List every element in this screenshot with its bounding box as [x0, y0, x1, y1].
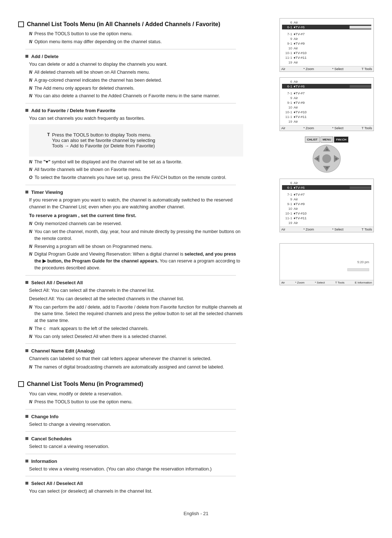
chlist-button[interactable]: CHLIST: [305, 136, 320, 143]
channel-row: 10 Air: [282, 46, 371, 50]
main-content: Channel List Tools Menu (in All Channels…: [18, 15, 243, 496]
add-delete-note-2: N A gray-colored channel indicates the c…: [29, 77, 243, 84]
channel-row: 7-1 ♦TV-#7: [282, 32, 371, 36]
subsection-favorite-title: Add to Favorite / Delete from Favorite: [31, 108, 115, 113]
bullet-cancel-schedules: [25, 437, 28, 440]
bullet-select-all: [25, 281, 28, 284]
channel-row: 19 Air: [282, 220, 371, 225]
section2-heading: Channel List Tools Menu (in Programmed): [18, 381, 243, 387]
favorite-note-1: N The "♥" symbol will be displayed and t…: [29, 159, 243, 166]
subsection-information: Information: [25, 458, 243, 464]
divider-6: [25, 409, 236, 409]
favorite-note-3: O To select the favorite channels you ha…: [29, 174, 243, 181]
channel-row: 9 Air: [282, 36, 371, 41]
divider-5: [25, 343, 236, 344]
channel-panel-4: 5:20 pm Air * Zoom * Select T Tools E In…: [279, 243, 374, 285]
favorite-note-2: N All favorite channels will be shown on…: [29, 166, 243, 173]
subsection-select-all-title: Select All / Deselect All: [31, 280, 83, 285]
channel-row: 10-1 ♦TV-#10: [282, 211, 371, 216]
timer-body2: To reserve a program , set the current t…: [29, 212, 243, 219]
channel-name-note-1: N The names of digital broadcasting chan…: [29, 364, 243, 371]
remote-control-area: CHLIST MENU FAV.CH ▲ ▼ ◄ ►: [279, 136, 374, 173]
channel-row: 11-1 ♦TV-#11: [282, 216, 371, 220]
channel-panel-3: 6 Air 6-1 ♦TV-#6 7-1 ♦TV-#7 9 Air: [279, 179, 374, 232]
panel1-toolbar: Air * Zoom * Select T Tools: [280, 66, 373, 72]
dpad-icon: ▲ ▼ ◄ ►: [312, 144, 341, 173]
channel-name-body: Channels can labeled so that their call …: [29, 355, 243, 362]
channel-row: 9 Air: [282, 95, 371, 100]
bullet-timer: [25, 191, 28, 193]
bullet-add-delete: [25, 55, 28, 58]
divider-9: [25, 476, 236, 476]
add-delete-note-1: N All deleted channels will be shown on …: [29, 69, 243, 76]
tip-box-favorite: T Press the TOOLS button to display Tool…: [29, 124, 243, 156]
bullet-channel-name: [25, 349, 28, 352]
subsection-favorite: Add to Favorite / Delete from Favorite: [25, 108, 243, 113]
section1-title: Channel List Tools Menu (in All Channels…: [27, 21, 220, 28]
channel-row: 10 Air: [282, 105, 371, 110]
channel-row-selected: 6-1 ♦TV-#6: [282, 25, 371, 29]
svg-text:►: ►: [335, 157, 338, 160]
channel-row: 9 Air: [282, 197, 371, 201]
bullet-favorite: [25, 109, 28, 112]
subsection-add-delete: Add / Delete: [25, 54, 243, 59]
subsection-cancel-schedules: Cancel Schedules: [25, 436, 243, 441]
channel-panel-2: 6 Air 6-1 ♦TV-#6 7-1 ♦TV-#7 9 Air: [279, 77, 374, 131]
panel2-toolbar: Air * Zoom * Select T Tools: [280, 125, 373, 131]
timer-note-3: N Reserving a program will be shown on P…: [29, 243, 243, 250]
channel-panel-1: 6 Air 6-1 ♦TV-#6 7-1 ♦TV-#7 9 Air: [279, 18, 374, 72]
select-all-note-1: N You can perform the add / delete, add …: [29, 304, 243, 324]
footer: English - 21: [18, 511, 374, 516]
favch-button[interactable]: FAV.CH: [334, 136, 348, 143]
channel-row: 19 Air: [282, 119, 371, 124]
information-body: Select to view a viewing reservation. (Y…: [29, 465, 243, 473]
page: Channel List Tools Menu (in All Channels…: [0, 0, 392, 538]
channel-row: 10 Air: [282, 206, 371, 211]
section2-title: Channel List Tools Menu (in Programmed): [27, 381, 143, 387]
intro-note-1: N Press the TOOLS button to use the opti…: [29, 30, 243, 37]
bullet-change-info: [25, 415, 28, 418]
change-info-body: Select to change a viewing reservation.: [29, 421, 243, 428]
channel-row: 9-1 ♦TV-#9: [282, 100, 371, 105]
channel-row: 7-1 ♦TV-#7: [282, 91, 371, 95]
subsection-timer: Timer Viewing: [25, 189, 243, 195]
timer-body: If you reserve a program you want to wat…: [29, 196, 243, 211]
add-delete-note-3: N The Add menu only appears for deleted …: [29, 85, 243, 92]
select-all-note-3: N You can only select Deselect All when …: [29, 333, 243, 340]
channel-row: 7-1 ♦TV-#7: [282, 192, 371, 197]
checkbox-icon-1: [18, 21, 24, 27]
sidebar: 6 Air 6-1 ♦TV-#6 7-1 ♦TV-#7 9 Air: [265, 18, 374, 291]
deselect-all-body: Deselect All: You can deselect all the s…: [29, 295, 243, 302]
svg-text:▼: ▼: [326, 166, 328, 170]
bullet-information: [25, 460, 28, 462]
section2-intro-note: N Press the TOOLS button to use the opti…: [29, 399, 243, 405]
add-delete-note-4: N You can also delete a channel to the A…: [29, 93, 243, 99]
bullet-select-all-2: [25, 482, 28, 485]
channel-row: 6 Air: [282, 20, 371, 25]
subsection-add-delete-title: Add / Delete: [31, 54, 58, 59]
menu-button[interactable]: MENU: [320, 136, 334, 143]
subsection-channel-name: Channel Name Edit (Analog): [25, 348, 243, 354]
select-all-2-body: You can select (or deselect) all channel…: [29, 488, 243, 495]
channel-row: 6 Air: [282, 180, 371, 185]
divider-4: [25, 275, 236, 276]
channel-row: 6 Air: [282, 79, 371, 84]
divider-3: [25, 185, 236, 185]
divider-2: [25, 103, 236, 103]
channel-row: 9-1 ♦TV-#9: [282, 201, 371, 206]
channel-row-selected: 6-1 ♦TV-#6: [282, 185, 371, 190]
intro-note-2: N Option menu items may differ depending…: [29, 38, 243, 45]
subsection-information-title: Information: [31, 458, 57, 464]
svg-text:▲: ▲: [326, 148, 328, 151]
section1-heading: Channel List Tools Menu (in All Channels…: [18, 21, 243, 28]
subsection-cancel-schedules-title: Cancel Schedules: [31, 436, 72, 441]
subsection-change-info-title: Change Info: [31, 414, 58, 419]
channel-row: 10-1 ♦TV-#10: [282, 50, 371, 55]
timer-note-4: N Digital Program Guide and Viewing Rese…: [29, 251, 243, 271]
page-number: English - 21: [184, 511, 209, 516]
panel3-toolbar: Air * Zoom * Select T Tools: [280, 227, 373, 232]
timer-note-1: N Only memorized channels can be reserve…: [29, 220, 243, 227]
select-all-note-2: N The c mark appears to the left of the …: [29, 325, 243, 332]
checkbox-icon-2: [18, 381, 24, 387]
channel-row: 10-1 ♦TV-#10: [282, 110, 371, 114]
